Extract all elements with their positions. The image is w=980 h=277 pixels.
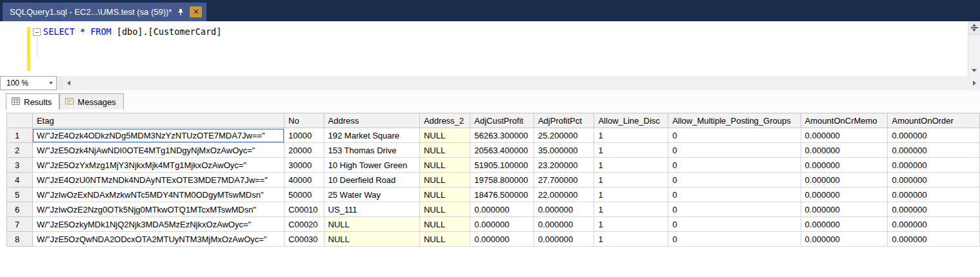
grid-cell[interactable]: 1 [594, 187, 668, 202]
grid-cell[interactable]: 1 [594, 143, 668, 158]
grid-cell[interactable]: 0.000000 [534, 217, 594, 232]
grid-cell[interactable]: W/"JzIwOzExNDAxMzkwNTc5MDY4NTM0ODgyMTswM… [32, 187, 284, 202]
grid-cell[interactable]: 0.000000 [470, 202, 534, 217]
row-number[interactable]: 8 [7, 232, 33, 247]
grid-cell[interactable]: 0.000000 [888, 128, 980, 143]
grid-cell[interactable]: 10 High Tower Green [324, 158, 419, 173]
grid-cell[interactable]: 0 [668, 143, 801, 158]
grid-cell[interactable]: W/"JzE5OzYxMzg1MjY3NjkxMjk4MTg1MjkxOzAwO… [32, 158, 284, 173]
grid-cell[interactable]: 20000 [285, 143, 324, 158]
grid-cell[interactable]: 30000 [285, 158, 324, 173]
grid-cell[interactable]: 0.000000 [801, 217, 888, 232]
grid-cell[interactable]: 0 [668, 217, 801, 232]
scrollbar-track[interactable] [74, 76, 969, 90]
grid-cell[interactable]: 0.000000 [888, 217, 980, 232]
grid-cell[interactable]: C00020 [285, 217, 324, 232]
grid-cell[interactable]: 0.000000 [888, 143, 980, 158]
row-number[interactable]: 5 [7, 187, 33, 202]
grid-cell[interactable]: 0.000000 [888, 232, 980, 247]
grid-cell[interactable]: W/"JzIwOzE2Nzg0OTk5Njg0MTkwOTQ1MTcxMTswM… [32, 202, 284, 217]
row-number[interactable]: 4 [7, 173, 33, 187]
grid-cell[interactable]: 192 Market Square [324, 128, 419, 143]
grid-cell[interactable]: NULL [324, 232, 419, 247]
grid-cell[interactable]: NULL [419, 202, 470, 217]
column-header[interactable]: AmountOnCrMemo [801, 113, 888, 128]
splitter-handle-icon[interactable] [968, 21, 980, 35]
zoom-dropdown[interactable]: 100 % [0, 76, 57, 90]
grid-cell[interactable]: 1 [594, 173, 668, 187]
grid-cell[interactable]: 51905.100000 [470, 158, 534, 173]
row-number[interactable]: 7 [7, 217, 33, 232]
tab-messages[interactable]: Messages [59, 93, 123, 110]
tab-results[interactable]: Results [6, 93, 59, 110]
grid-cell[interactable]: NULL [419, 128, 470, 143]
column-header[interactable]: Etag [32, 113, 284, 128]
grid-cell[interactable]: NULL [419, 187, 470, 202]
grid-cell[interactable]: 0 [668, 158, 801, 173]
grid-cell[interactable]: 19758.800000 [470, 173, 534, 187]
scroll-left-button[interactable] [63, 76, 74, 90]
grid-cell[interactable]: C00010 [285, 202, 324, 217]
column-header[interactable]: Address [324, 113, 419, 128]
grid-cell[interactable]: 0.000000 [470, 217, 534, 232]
grid-cell[interactable]: 40000 [285, 173, 324, 187]
grid-cell[interactable]: W/"JzE5Ozk4NjAwNDI0OTE4MTg1NDgyNjMxOzAwO… [32, 143, 284, 158]
document-tab[interactable]: SQLQuery1.sql - EC2...\UMS.test (sa (59)… [3, 3, 206, 21]
grid-cell[interactable]: 0.000000 [801, 202, 888, 217]
grid-cell[interactable]: 0.000000 [801, 128, 888, 143]
column-header[interactable]: Address_2 [419, 113, 470, 128]
grid-cell[interactable]: NULL [419, 173, 470, 187]
grid-cell[interactable]: 0 [668, 187, 801, 202]
grid-cell[interactable]: 0.000000 [534, 232, 594, 247]
grid-cell[interactable]: 0.000000 [534, 202, 594, 217]
grid-cell[interactable]: 56263.300000 [470, 128, 534, 143]
column-header[interactable]: AmountOnOrder [888, 113, 980, 128]
editor-vertical-scrollbar[interactable] [968, 21, 980, 76]
grid-cell[interactable]: 0.000000 [801, 143, 888, 158]
grid-cell[interactable]: W/"JzE4Ozk4ODkzNDg5MDM3NzYzNTUzOTE7MDA7J… [32, 128, 284, 143]
grid-cell[interactable]: 1 [594, 158, 668, 173]
grid-cell[interactable]: NULL [419, 232, 470, 247]
grid-cell[interactable]: NULL [419, 143, 470, 158]
grid-cell[interactable]: 0.000000 [888, 202, 980, 217]
grid-cell[interactable]: 35.000000 [534, 143, 594, 158]
row-number[interactable]: 2 [7, 143, 33, 158]
grid-cell[interactable]: 10000 [285, 128, 324, 143]
grid-cell[interactable]: 0.000000 [801, 187, 888, 202]
grid-cell[interactable]: 27.700000 [534, 173, 594, 187]
column-header[interactable]: AdjProfitPct [534, 113, 594, 128]
grid-cell[interactable]: 20563.400000 [470, 143, 534, 158]
grid-cell[interactable]: 1 [594, 217, 668, 232]
grid-cell[interactable]: US_111 [324, 202, 419, 217]
grid-cell[interactable]: 153 Thomas Drive [324, 143, 419, 158]
grid-cell[interactable]: 0.000000 [888, 173, 980, 187]
grid-cell[interactable]: 50000 [285, 187, 324, 202]
column-header[interactable]: AdjCustProfit [470, 113, 534, 128]
grid-cell[interactable]: 0.000000 [801, 158, 888, 173]
row-number[interactable]: 1 [7, 128, 33, 143]
scroll-right-button[interactable] [969, 76, 980, 90]
grid-cell[interactable]: 0 [668, 232, 801, 247]
grid-cell[interactable]: 10 Deerfield Road [324, 173, 419, 187]
grid-cell[interactable]: 0.000000 [888, 187, 980, 202]
grid-cell[interactable]: 0.000000 [801, 232, 888, 247]
row-number[interactable]: 6 [7, 202, 33, 217]
grid-cell[interactable]: 23.200000 [534, 158, 594, 173]
grid-cell[interactable]: 0.000000 [888, 158, 980, 173]
grid-cell[interactable]: C00030 [285, 232, 324, 247]
sql-editor[interactable]: − SELECT * FROM [dbo].[CustomerCard] [0, 21, 980, 76]
grid-cell[interactable]: W/"JzE5OzkyMDk1NjQ2Njk3MDA5MzEzNjkxOzAwO… [32, 217, 284, 232]
horizontal-scrollbar[interactable] [63, 76, 980, 90]
grid-cell[interactable]: NULL [419, 158, 470, 173]
grid-cell[interactable]: 1 [594, 128, 668, 143]
grid-cell[interactable]: W/"JzE5OzQwNDA2ODcxOTA2MTUyNTM3MjMxOzAwO… [32, 232, 284, 247]
column-header[interactable]: Allow_Multiple_Posting_Groups [668, 113, 801, 128]
grid-cell[interactable]: 25.200000 [534, 128, 594, 143]
column-header[interactable]: Allow_Line_Disc [594, 113, 668, 128]
grid-cell[interactable]: 25 Water Way [324, 187, 419, 202]
grid-cell[interactable]: W/"JzE4OzU0NTMzNDk4NDAyNTExOTE3MDE7MDA7J… [32, 173, 284, 187]
grid-cell[interactable]: NULL [419, 217, 470, 232]
grid-cell[interactable]: 1 [594, 202, 668, 217]
grid-cell[interactable]: 0.000000 [470, 232, 534, 247]
results-grid[interactable]: EtagNoAddressAddress_2AdjCustProfitAdjPr… [0, 110, 980, 277]
